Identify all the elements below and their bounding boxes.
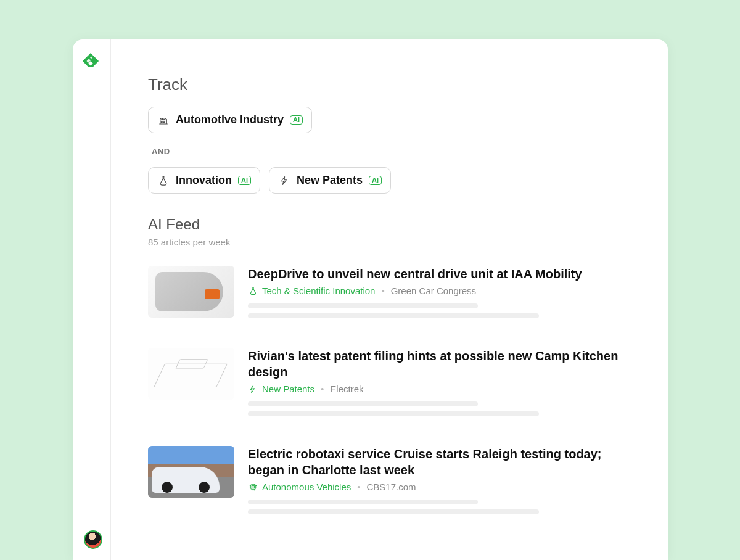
factory-icon [157,114,170,126]
article-thumbnail [148,348,234,400]
article-body: Rivian's latest patent filing hints at p… [248,348,631,421]
bolt-icon [278,175,290,187]
text-placeholder [248,303,478,308]
text-placeholder [248,411,539,416]
chip-icon [248,482,258,492]
app-window: Track Automotive Industry AI AND [73,39,668,560]
track-chip-patents[interactable]: New Patents AI [269,167,391,194]
article-item[interactable]: Rivian's latest patent filing hints at p… [148,348,631,421]
feed-heading: AI Feed [148,216,631,233]
article-tag-label: New Patents [262,384,314,394]
article-body: Electric robotaxi service Cruise starts … [248,446,631,519]
article-item[interactable]: Electric robotaxi service Cruise starts … [148,446,631,519]
svg-rect-2 [250,485,255,490]
article-tag[interactable]: New Patents [248,384,314,394]
article-thumbnail [148,446,234,498]
chip-label: Innovation [176,174,232,187]
article-source: Green Car Congress [391,286,476,296]
track-heading: Track [148,75,631,94]
chip-label: Automotive Industry [176,113,284,126]
text-placeholder [248,401,478,406]
track-chip-automotive[interactable]: Automotive Industry AI [148,107,312,133]
text-placeholder [248,313,539,318]
text-placeholder [248,500,478,504]
main-content: Track Automotive Industry AI AND [111,39,668,560]
ai-badge: AI [290,115,303,125]
separator-dot: • [321,384,324,394]
feed-subheading: 85 articles per week [148,237,631,247]
article-title: Electric robotaxi service Cruise starts … [248,446,631,478]
svg-rect-3 [252,486,254,488]
svg-rect-0 [161,121,162,122]
article-tag-label: Tech & Scientific Innovation [262,286,375,296]
track-chip-innovation[interactable]: Innovation AI [148,167,260,194]
track-chip-row: Automotive Industry AI [148,107,631,133]
and-chip-row: Innovation AI New Patents AI [148,167,631,194]
article-thumbnail [148,266,234,318]
article-source: Electrek [330,384,363,394]
user-avatar[interactable] [84,530,102,549]
article-tag[interactable]: Autonomous Vehicles [248,482,351,492]
bolt-icon [248,384,258,394]
ai-badge: AI [369,176,382,185]
article-source: CBS17.com [367,482,416,492]
svg-rect-1 [163,121,165,122]
article-tag-label: Autonomous Vehicles [262,482,351,492]
article-meta: Tech & Scientific Innovation • Green Car… [248,286,631,296]
chip-label: New Patents [297,174,363,187]
article-tag[interactable]: Tech & Scientific Innovation [248,286,375,296]
feedly-logo-icon[interactable] [81,52,100,70]
article-item[interactable]: DeepDrive to unveil new central drive un… [148,266,631,323]
article-title: Rivian's latest patent filing hints at p… [248,348,631,380]
article-meta: Autonomous Vehicles • CBS17.com [248,482,631,492]
flask-icon [248,286,258,296]
article-meta: New Patents • Electrek [248,384,631,394]
and-separator: AND [152,147,631,156]
article-title: DeepDrive to unveil new central drive un… [248,266,631,282]
flask-icon [157,175,170,187]
sidebar [73,39,111,560]
separator-dot: • [381,286,384,296]
ai-badge: AI [238,176,251,185]
text-placeholder [248,509,539,514]
separator-dot: • [357,482,360,492]
article-body: DeepDrive to unveil new central drive un… [248,266,631,323]
